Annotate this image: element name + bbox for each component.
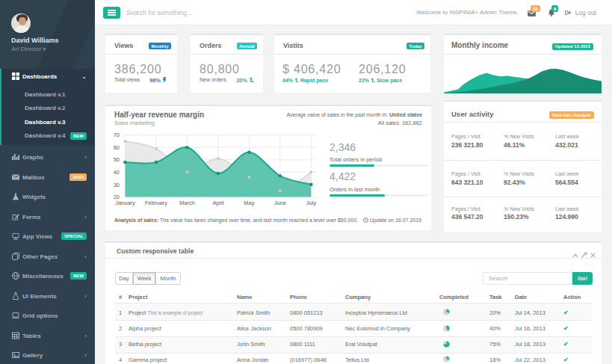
svg-text:February: February xyxy=(145,200,167,206)
svg-text:50: 50 xyxy=(114,156,120,163)
svg-text:70: 70 xyxy=(114,132,120,138)
svg-text:January: January xyxy=(115,200,135,206)
svg-text:April: April xyxy=(212,200,223,206)
svg-text:July: July xyxy=(306,200,317,206)
svg-text:30: 30 xyxy=(114,182,120,188)
svg-text:60: 60 xyxy=(114,144,120,151)
svg-text:March: March xyxy=(179,200,195,206)
svg-text:May: May xyxy=(244,200,254,206)
svg-text:40: 40 xyxy=(114,169,120,176)
svg-text:June: June xyxy=(274,200,286,206)
